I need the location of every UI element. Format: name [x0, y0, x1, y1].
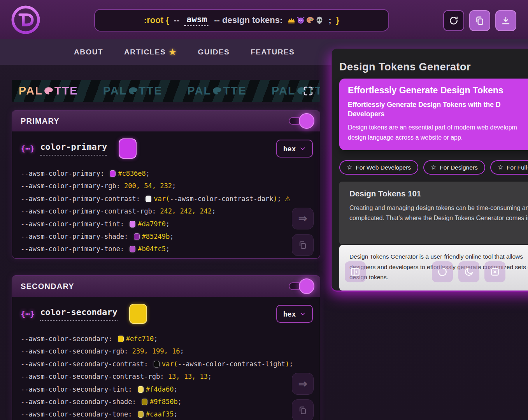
palette-word: PALTTE	[187, 84, 247, 97]
chevron-down-icon	[300, 311, 306, 317]
warning-icon: ⚠	[285, 195, 291, 203]
token-line: --awsm-color-primary-shade: #85249b;	[21, 230, 285, 243]
token-line: --awsm-color-secondary-tint: #f4da60;	[21, 383, 285, 396]
article-body: Creating and managing design tokens can …	[349, 203, 528, 224]
token-line: --awsm-color-primary: #c836e8;	[21, 167, 285, 180]
download-icon	[501, 16, 511, 26]
color-dot	[142, 399, 147, 405]
spinner-icon	[437, 267, 447, 277]
arrow-export-icon: ⇒	[298, 212, 307, 225]
hero-heading: Effortlessly Generate Design Tokens	[348, 85, 528, 96]
nav-item-features[interactable]: FEATURES	[251, 48, 295, 56]
sidebar-collapse-button[interactable]	[345, 261, 366, 282]
token-name-input[interactable]: color-secondary	[40, 307, 118, 321]
root-open: :root {	[144, 15, 169, 25]
close-icon	[490, 267, 500, 277]
palette-glyph-icon	[212, 86, 222, 96]
info-panel: Design Tokens Generator Effortlessly Gen…	[332, 49, 528, 290]
palette-banner: PALTTEPALTTEPALTTEPALTTEPALTTE	[12, 80, 320, 102]
color-dot	[130, 246, 135, 252]
token-row: {⋯} color-secondary hex	[21, 298, 313, 329]
title-rest: -- design tokens:	[214, 15, 282, 25]
card-title: SECONDARY	[21, 282, 74, 291]
article-card[interactable]: Design Tokens 101 Creating and managing …	[339, 182, 528, 244]
token-prefix-input[interactable]: awsm	[184, 14, 209, 26]
copy-card-button[interactable]	[292, 399, 314, 420]
sidebar-collapse-icon	[350, 267, 360, 277]
export-button[interactable]: ⇒	[292, 373, 314, 395]
toggle-knob	[299, 278, 314, 294]
app-header: :root { -- awsm -- design tokens: ; }	[0, 0, 528, 39]
color-swatch[interactable]	[129, 304, 147, 324]
format-value: hex	[283, 145, 296, 153]
devil-icon	[296, 16, 305, 24]
primary-token-card: PRIMARY {⋯} color-primary hex --awsm-col…	[12, 110, 320, 259]
secondary-toggle[interactable]	[289, 282, 312, 290]
chevron-down-icon	[300, 145, 306, 152]
palette-glyph-icon	[44, 86, 54, 96]
color-dot	[134, 233, 140, 240]
copy-card-button[interactable]	[292, 234, 314, 256]
format-select[interactable]: hex	[276, 305, 313, 323]
token-name-input[interactable]: color-primary	[40, 142, 107, 156]
loading-button[interactable]	[432, 261, 453, 282]
tag-for-designers[interactable]: ☆For Designers	[423, 160, 485, 175]
token-line: --awsm-color-primary-tint: #da79f0;	[21, 218, 285, 230]
secondary-card-header: SECONDARY	[12, 276, 320, 297]
arrow-export-icon: ⇒	[298, 378, 307, 390]
token-code-lines: --awsm-color-secondary: #efc710;--awsm-c…	[21, 332, 285, 420]
close-panel-button[interactable]	[484, 261, 505, 282]
logo-d-icon	[10, 4, 42, 36]
braces-icon: {⋯}	[21, 144, 35, 153]
toggle-knob	[299, 113, 314, 129]
article-title: Design Tokens 101	[349, 189, 528, 198]
copy-tokens-button[interactable]	[469, 10, 490, 31]
color-swatch[interactable]	[119, 138, 137, 159]
tokens-title-bar[interactable]: :root { -- awsm -- design tokens: ; }	[94, 9, 389, 32]
hero-card: Effortlessly Generate Design Tokens Effo…	[339, 79, 528, 150]
token-code-lines: --awsm-color-primary: #c836e8;--awsm-col…	[21, 167, 285, 256]
nav-item-articles[interactable]: ARTICLES★	[124, 47, 177, 57]
app-logo[interactable]	[10, 4, 42, 36]
copy-icon	[298, 406, 307, 415]
design-tokens-app: :root { -- awsm -- design tokens: ; }	[0, 0, 528, 420]
token-line: --awsm-color-primary-rgb: 200, 54, 232;	[21, 180, 285, 192]
nav-item-about[interactable]: ABOUT	[74, 48, 103, 56]
crown-icon	[287, 16, 296, 24]
braces-icon: {⋯}	[21, 309, 35, 318]
fullscreen-icon	[303, 86, 314, 96]
primary-card-header: PRIMARY	[12, 110, 320, 131]
color-dot	[130, 221, 135, 228]
hero-subheading: Effortlessly Generate Design Tokens with…	[348, 100, 528, 119]
panel-title: Design Tokens Generator	[339, 61, 471, 73]
token-line: --awsm-color-secondary-rgb: 239, 199, 16…	[21, 345, 285, 357]
tag-for-full[interactable]: ☆For Full-	[490, 160, 528, 175]
star-icon: ★	[169, 47, 177, 57]
dark-mode-button[interactable]	[458, 261, 479, 282]
format-value: hex	[283, 310, 296, 318]
alien-icon	[315, 16, 324, 24]
fullscreen-button[interactable]	[302, 85, 314, 97]
nav-item-guides[interactable]: GUIDES	[198, 48, 230, 56]
export-button[interactable]: ⇒	[292, 208, 314, 229]
tag-for-web-developers[interactable]: ☆For Web Developers	[339, 160, 418, 175]
palette-word: PALTTE	[19, 84, 78, 97]
token-line: --awsm-color-primary-contrast-rgb: 242, …	[21, 205, 285, 217]
format-select[interactable]: hex	[276, 140, 313, 158]
color-dot	[138, 386, 144, 393]
download-button[interactable]	[495, 10, 516, 31]
token-line: --awsm-color-primary-contrast: var(--aws…	[21, 192, 285, 205]
primary-toggle[interactable]	[289, 117, 312, 125]
token-line: --awsm-color-secondary-contrast: var(--a…	[21, 358, 285, 370]
color-dot	[110, 170, 116, 177]
title-emojis	[287, 16, 324, 24]
token-line: --awsm-color-secondary-shade: #9f850b;	[21, 396, 285, 408]
root-close: }	[336, 15, 340, 25]
copy-icon	[475, 16, 485, 26]
color-dot	[154, 361, 160, 368]
refresh-button[interactable]	[443, 10, 464, 31]
copy-icon	[298, 240, 307, 250]
audience-tags: ☆For Web Developers☆For Designers☆For Fu…	[339, 160, 528, 175]
palette-watermark: PALTTEPALTTEPALTTEPALTTEPALTTE	[19, 80, 320, 102]
palette-icon	[306, 16, 314, 24]
